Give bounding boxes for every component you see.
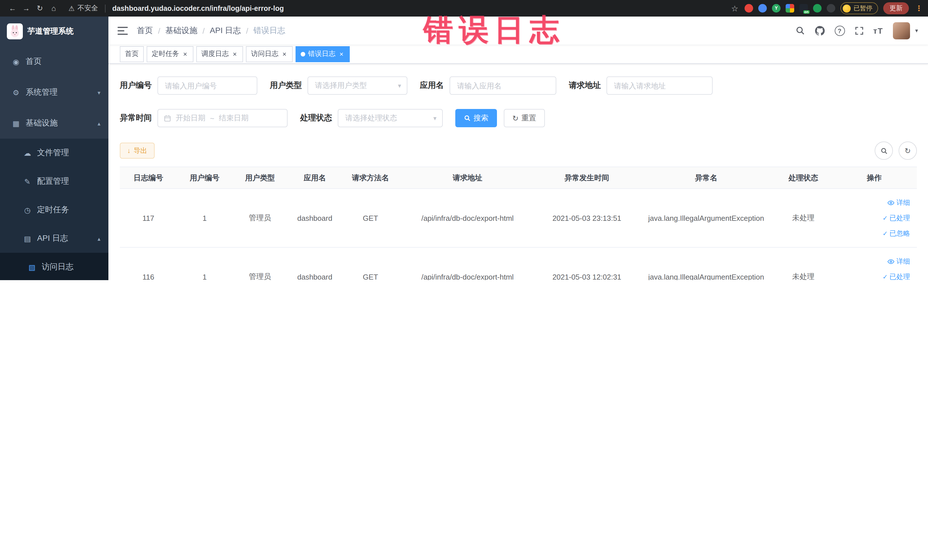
table-row: 117 1 管理员 dashboard GET /api/infra/db-do… [120, 189, 917, 247]
close-icon[interactable]: × [232, 50, 238, 58]
forward-icon[interactable]: → [20, 4, 33, 12]
extension-icon-on-badge[interactable] [799, 4, 808, 12]
cell-request-url: /api/infra/db-doc/export-html [399, 189, 536, 247]
eye-icon [887, 258, 894, 265]
extension-icon-green[interactable]: Y [772, 4, 780, 12]
logo[interactable]: 芋道管理系统 [0, 17, 108, 46]
date-range-picker[interactable]: 开始日期 ~ 结束日期 [157, 109, 288, 127]
app-name-input[interactable] [450, 76, 556, 95]
ignored-link[interactable]: ✓ 已忽略 [835, 226, 910, 241]
bookmark-star-icon[interactable]: ☆ [731, 4, 738, 13]
update-button[interactable]: 更新 [883, 2, 909, 14]
refresh-table-button[interactable]: ↻ [899, 142, 917, 160]
reload-icon[interactable]: ↻ [33, 4, 47, 12]
sidebar-item-home[interactable]: ◉ 首页 [0, 46, 108, 77]
breadcrumb-item-error-log: 错误日志 [253, 25, 285, 36]
search-icon [464, 115, 471, 122]
navbar-actions: ? тT ▾ [795, 22, 918, 39]
breadcrumb-item-infra[interactable]: 基础设施 [165, 25, 197, 36]
table-header-row: 日志编号用户编号用户类型应用名请求方法名请求地址异常发生时间异常名处理状态操作 [120, 167, 917, 189]
fullscreen-icon[interactable] [855, 26, 864, 35]
chevron-down-icon: ▾ [398, 82, 401, 89]
hamburger-icon[interactable] [118, 26, 128, 35]
sidebar-item-label: 访问日志 [42, 262, 73, 272]
export-button[interactable]: ↓ 导出 [120, 143, 155, 159]
avatar[interactable] [893, 22, 910, 39]
column-header: 日志编号 [120, 167, 177, 189]
extension-icon-red[interactable] [745, 4, 753, 12]
extension-icon-leaf[interactable] [813, 4, 821, 12]
toggle-search-button[interactable] [875, 142, 893, 160]
search-button[interactable]: 搜索 [455, 109, 497, 127]
avatar-caret-icon[interactable]: ▾ [915, 27, 918, 34]
tab-job-log[interactable]: 调度日志 × [196, 46, 243, 62]
search-icon[interactable] [795, 26, 805, 35]
filter-row-1: 用户编号 用户类型 请选择用户类型 ▾ 应用名 [120, 76, 917, 95]
browser-home-icon[interactable]: ⌂ [47, 4, 61, 12]
document-icon: ▤ [23, 234, 32, 243]
rabbit-logo-icon [7, 23, 23, 40]
tab-label: 错误日志 [308, 49, 336, 59]
extension-icon-blue[interactable] [758, 4, 767, 12]
filter-label: 请求地址 [569, 81, 601, 91]
back-icon[interactable]: ← [6, 4, 20, 12]
security-label[interactable]: 不安全 [78, 3, 98, 13]
security-warning-icon[interactable]: ⚠ [69, 4, 75, 12]
column-header: 应用名 [288, 167, 342, 189]
detail-link[interactable]: 详细 [835, 195, 910, 210]
user-type-select[interactable]: 请选择用户类型 ▾ [308, 76, 408, 95]
processed-link[interactable]: ✓ 已处理 [835, 269, 910, 280]
ignored-link-label: 已忽略 [890, 226, 910, 241]
sidebar-item-config[interactable]: ✎ 配置管理 [0, 167, 108, 196]
close-icon[interactable]: × [338, 50, 345, 58]
breadcrumb-item-home[interactable]: 首页 [137, 25, 153, 36]
detail-link[interactable]: 详细 [835, 253, 910, 269]
extensions-pin-icon[interactable] [827, 4, 835, 12]
cell-exception-name: java.lang.IllegalArgumentException [638, 247, 774, 280]
sidebar-item-access-log[interactable]: ▧ 访问日志 [0, 253, 108, 280]
column-header: 请求方法名 [342, 167, 399, 189]
tags-view: 首页 定时任务 × 调度日志 × 访问日志 × 错误日志 × [108, 44, 928, 64]
download-icon: ↓ [127, 146, 131, 155]
cell-app-name: dashboard [288, 189, 342, 247]
app-title: 芋道管理系统 [27, 26, 73, 37]
breadcrumb-separator: / [158, 26, 160, 35]
filter-user-type: 用户类型 请选择用户类型 ▾ [270, 76, 408, 95]
filter-label: 异常时间 [120, 113, 152, 123]
tab-home[interactable]: 首页 [120, 46, 144, 62]
paused-badge[interactable]: 已暂停 [840, 2, 878, 14]
tab-error-log[interactable]: 错误日志 × [296, 46, 350, 62]
filter-label: 应用名 [420, 81, 444, 91]
filter-label: 用户类型 [270, 81, 302, 91]
tab-job[interactable]: 定时任务 × [147, 46, 194, 62]
cell-method: GET [342, 189, 399, 247]
check-icon: ✓ [883, 269, 888, 280]
font-size-icon[interactable]: тT [873, 26, 883, 35]
tab-access-log[interactable]: 访问日志 × [246, 46, 293, 62]
select-placeholder: 请选择用户类型 [315, 81, 367, 91]
sidebar-item-infra[interactable]: ▦ 基础设施 ▴ [0, 108, 108, 139]
help-icon[interactable]: ? [835, 25, 845, 36]
edit-icon: ✎ [23, 177, 32, 186]
filter-app-name: 应用名 [420, 76, 556, 95]
request-url-input[interactable] [606, 76, 713, 95]
sidebar-item-api-log[interactable]: ▤ API 日志 ▴ [0, 224, 108, 253]
close-icon[interactable]: × [182, 50, 188, 58]
sidebar-item-job[interactable]: ◷ 定时任务 [0, 196, 108, 224]
process-status-select[interactable]: 请选择处理状态 ▾ [338, 109, 443, 127]
processed-link[interactable]: ✓ 已处理 [835, 210, 910, 226]
breadcrumb-item-api-log[interactable]: API 日志 [210, 25, 241, 36]
column-header: 用户编号 [177, 167, 232, 189]
reset-button[interactable]: ↻ 重置 [504, 109, 545, 127]
sidebar-item-file[interactable]: ☁ 文件管理 [0, 139, 108, 167]
cell-actions: 详细 ✓ 已处理 ✓ 已忽略 [832, 247, 917, 280]
browser-menu-icon[interactable]: ⋮ [915, 4, 923, 12]
extension-icon-grid[interactable] [786, 4, 794, 12]
close-icon[interactable]: × [281, 50, 288, 58]
address-bar[interactable]: dashboard.yudao.iocoder.cn/infra/log/api… [112, 4, 284, 12]
user-id-input[interactable] [157, 76, 257, 95]
start-date-placeholder: 开始日期 [176, 113, 205, 123]
detail-link-label: 详细 [896, 253, 910, 269]
github-icon[interactable] [815, 25, 825, 36]
sidebar-item-system[interactable]: ⚙ 系统管理 ▾ [0, 77, 108, 108]
